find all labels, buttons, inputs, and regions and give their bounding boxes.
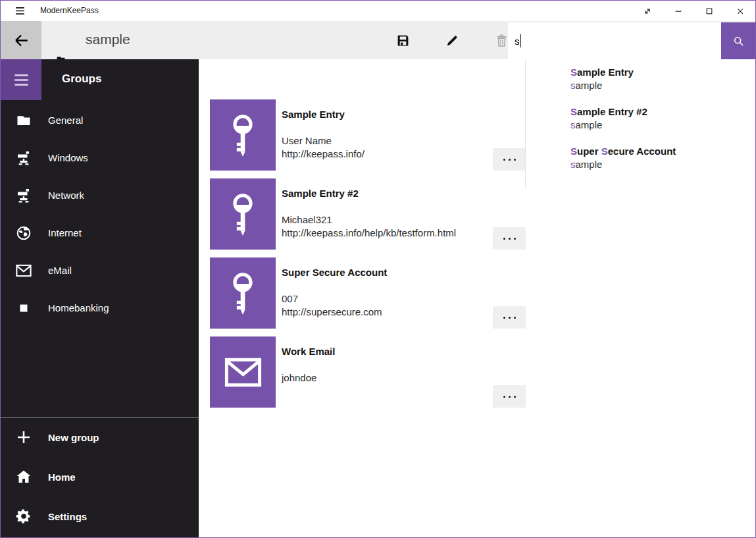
suggestion-title: Sample Entry #2	[570, 105, 755, 119]
close-icon	[736, 7, 745, 16]
appbar: sample s	[1, 21, 755, 59]
mail-icon	[15, 262, 32, 279]
entry-row[interactable]: Super Secure Account 007 http://supersec…	[210, 257, 526, 329]
fullscreen-button[interactable]	[632, 1, 663, 21]
minimize-icon	[674, 7, 683, 16]
key-icon	[210, 178, 276, 250]
search-suggestion-item[interactable]: Sample Entry #2 sample	[526, 99, 755, 138]
entry-username: User Name	[282, 134, 365, 148]
sidebar-group-label: Homebanking	[48, 302, 109, 313]
entry-more-button[interactable]	[493, 227, 526, 250]
save-icon	[396, 34, 410, 47]
sidebar-action-item[interactable]: New group	[1, 417, 199, 457]
titlebar-hamburger-button[interactable]	[8, 1, 32, 21]
network-icon	[15, 187, 32, 204]
matched-text: s	[570, 80, 576, 91]
entry-tile	[210, 178, 276, 250]
current-group-title: sample	[86, 21, 130, 59]
edit-button[interactable]	[428, 21, 477, 59]
back-arrow-icon	[13, 32, 30, 49]
sidebar-group-item[interactable]: Network	[1, 176, 199, 214]
matched-text: S	[570, 67, 577, 78]
matched-text: S	[570, 146, 577, 157]
app-title: ModernKeePass	[40, 1, 99, 21]
entry-more-button[interactable]	[493, 385, 526, 408]
entry-row[interactable]: Work Email johndoe	[210, 336, 526, 408]
edit-icon	[445, 34, 459, 47]
close-button[interactable]	[724, 1, 755, 21]
sidebar-group-label: General	[48, 115, 83, 126]
groups-heading: Groups	[62, 59, 101, 100]
fullscreen-icon	[643, 7, 652, 16]
mail-icon	[210, 336, 276, 408]
hamburger-icon	[14, 5, 26, 16]
search-suggestion-item[interactable]: Super Secure Account sample	[526, 138, 755, 178]
plus-icon	[15, 429, 32, 446]
suggestion-title: Sample Entry	[570, 66, 755, 79]
plain-text: ample Entry	[577, 67, 634, 78]
search-input-value: s	[515, 36, 520, 47]
entry-more-button[interactable]	[493, 306, 526, 329]
home-icon	[15, 468, 32, 485]
entry-details: User Name http://keepass.info/	[282, 134, 365, 161]
sidebar-action-label: Settings	[48, 511, 87, 522]
search-icon	[732, 35, 745, 47]
entry-list: Sample Entry User Name http://keepass.in…	[210, 99, 526, 416]
sidebar-action-item[interactable]: Settings	[1, 497, 199, 536]
entry-username: Michael321	[282, 213, 456, 227]
window-controls	[632, 1, 755, 21]
sidebar-group-item[interactable]: Homebanking	[1, 289, 199, 327]
sidebar-group-item[interactable]: Internet	[1, 214, 199, 252]
entry-title: Super Secure Account	[282, 267, 387, 278]
sidebar-action-label: New group	[48, 432, 99, 443]
sidebar: Groups General Windows Network Internet …	[1, 59, 199, 537]
entry-url: http://supersecure.com	[282, 306, 382, 319]
plain-text: ample	[576, 119, 603, 130]
matched-text: s	[570, 119, 576, 130]
entry-tile	[210, 336, 276, 408]
entry-row[interactable]: Sample Entry User Name http://keepass.in…	[210, 99, 526, 171]
suggestion-subtitle: sample	[570, 158, 755, 171]
suggestion-subtitle: sample	[570, 79, 755, 92]
suggestion-subtitle: sample	[570, 119, 755, 132]
save-button[interactable]	[378, 21, 428, 59]
network-icon	[15, 149, 32, 167]
sidebar-group-item[interactable]: Windows	[1, 139, 199, 176]
sidebar-action-item[interactable]: Home	[1, 457, 199, 497]
search-input[interactable]: s	[508, 22, 721, 59]
appbar-actions	[378, 21, 526, 59]
folder-icon	[15, 112, 32, 129]
entry-tile	[210, 257, 276, 329]
entry-username: 007	[282, 292, 382, 306]
suggestion-title: Super Secure Account	[570, 145, 755, 158]
entry-more-button[interactable]	[493, 148, 526, 171]
entry-url: http://keepass.info/help/kb/testform.htm…	[282, 227, 456, 240]
search-button[interactable]	[721, 22, 755, 59]
maximize-button[interactable]	[693, 1, 724, 21]
minimize-button[interactable]	[663, 1, 693, 21]
entry-details: johndoe	[282, 371, 316, 385]
hamburger-icon	[13, 71, 30, 89]
search-suggestion-item[interactable]: Sample Entry sample	[526, 59, 755, 99]
entry-row[interactable]: Sample Entry #2 Michael321 http://keepas…	[210, 178, 526, 250]
globe-icon	[15, 225, 32, 242]
titlebar: ModernKeePass	[1, 1, 755, 21]
search-suggestions-dropdown: Sample Entry sample Sample Entry #2 samp…	[525, 59, 755, 189]
entry-username: johndoe	[282, 371, 316, 385]
sidebar-group-item[interactable]: eMail	[1, 252, 199, 289]
key-icon	[210, 99, 276, 171]
sidebar-group-item[interactable]: General	[1, 101, 199, 139]
entry-title: Sample Entry #2	[282, 188, 359, 199]
plain-text: ample Entry #2	[577, 106, 647, 117]
modernkeepass-window: ModernKeePass sample	[0, 0, 756, 538]
back-button[interactable]	[1, 21, 41, 59]
square-icon	[15, 300, 32, 317]
settings-icon	[15, 508, 32, 525]
plain-text: ample	[576, 80, 603, 91]
maximize-icon	[705, 7, 714, 16]
text-caret	[520, 34, 521, 47]
nav-hamburger-button[interactable]	[1, 59, 41, 100]
sidebar-group-label: Internet	[48, 227, 82, 238]
key-icon	[210, 257, 276, 329]
entry-title: Sample Entry	[282, 109, 345, 120]
